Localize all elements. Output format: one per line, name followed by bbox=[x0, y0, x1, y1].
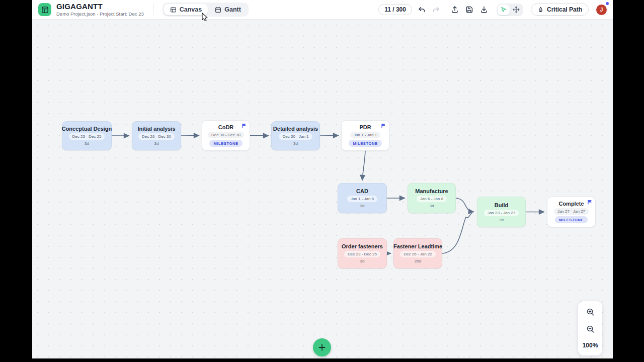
task-title: CoDR bbox=[218, 124, 234, 130]
task-dates: Dec 30 - Jan 1 bbox=[279, 133, 312, 140]
plus-icon bbox=[318, 343, 326, 351]
zoom-in-icon bbox=[586, 308, 595, 316]
task-title: Complete bbox=[558, 201, 584, 207]
tool-mode-switcher bbox=[497, 4, 523, 16]
task-node-detailed-analysis[interactable]: Detailed analysisDec 30 - Jan 13d bbox=[271, 121, 320, 150]
canvas-icon bbox=[170, 7, 177, 13]
task-node-cad[interactable]: CADJan 1 - Jan 53d bbox=[338, 183, 387, 213]
task-dates: Dec 23 - Dec 25 bbox=[344, 251, 380, 257]
connector-manufacture-to-build bbox=[456, 198, 474, 212]
task-duration: 3d bbox=[360, 204, 365, 208]
upload-icon bbox=[451, 6, 459, 14]
zoom-out-button[interactable] bbox=[586, 325, 595, 333]
user-menu[interactable]: J bbox=[596, 5, 607, 15]
view-switcher: Canvas Gantt bbox=[163, 3, 249, 17]
task-node-conceptual-design[interactable]: Conceptual DesignDec 23 - Dec 253d bbox=[62, 121, 112, 150]
tab-canvas-label: Canvas bbox=[180, 6, 202, 13]
task-duration: 3d bbox=[85, 141, 89, 146]
layout-icon bbox=[41, 6, 49, 14]
task-title: Order fasteners bbox=[342, 243, 383, 249]
node-counter: 11 / 300 bbox=[378, 4, 412, 15]
task-node-complete[interactable]: CompleteJan 27 - Jan 27MILESTONE bbox=[547, 197, 596, 227]
flag-icon bbox=[588, 200, 592, 205]
task-title: CAD bbox=[356, 188, 368, 194]
undo-icon bbox=[418, 6, 426, 14]
task-node-initial-analysis[interactable]: Initial analysisDec 26 - Dec 303d bbox=[132, 121, 181, 150]
task-dates: Jan 23 - Jan 27 bbox=[484, 210, 519, 216]
task-dates: Jan 6 - Jan 8 bbox=[417, 196, 447, 202]
zoom-level: 100% bbox=[583, 342, 598, 349]
task-dates: Dec 26 - Dec 30 bbox=[138, 133, 175, 140]
task-duration: 3d bbox=[499, 218, 504, 222]
task-title: Conceptual Design bbox=[62, 126, 112, 132]
status-dot bbox=[606, 2, 609, 5]
task-title: Manufacture bbox=[415, 188, 448, 194]
task-node-manufacture[interactable]: ManufactureJan 6 - Jan 83d bbox=[408, 183, 456, 213]
app-window: GIGAGANTT Demo Project.json · Project St… bbox=[32, 0, 613, 358]
zoom-in-button[interactable] bbox=[586, 308, 595, 316]
avatar[interactable]: J bbox=[596, 5, 607, 15]
task-title: Build bbox=[495, 202, 509, 208]
task-node-pdr[interactable]: PDRJan 1 - Jan 1MILESTONE bbox=[341, 120, 389, 151]
header-divider bbox=[153, 4, 153, 15]
calendar-icon bbox=[215, 7, 221, 13]
critical-path-label: Critical Path bbox=[547, 6, 582, 13]
task-title: Initial analysis bbox=[137, 126, 175, 132]
task-dates: Dec 23 - Dec 25 bbox=[69, 133, 105, 140]
flag-icon bbox=[242, 123, 247, 128]
task-title: PDR bbox=[359, 124, 371, 130]
connector-initial-analysis-to-codr bbox=[181, 136, 199, 136]
task-duration: 3d bbox=[293, 141, 298, 146]
milestone-badge: MILESTONE bbox=[349, 140, 381, 147]
milestone-badge: MILESTONE bbox=[555, 216, 588, 223]
undo-button[interactable] bbox=[417, 5, 427, 15]
canvas[interactable]: Conceptual DesignDec 23 - Dec 253dInitia… bbox=[32, 20, 613, 358]
connector-layer bbox=[32, 20, 613, 358]
task-dates: Jan 27 - Jan 27 bbox=[554, 208, 589, 215]
pointer-icon bbox=[500, 6, 507, 13]
flame-icon bbox=[537, 7, 544, 13]
milestone-badge: MILESTONE bbox=[209, 140, 242, 147]
tab-gantt-label: Gantt bbox=[224, 6, 241, 13]
download-button[interactable] bbox=[479, 5, 489, 15]
task-duration: 3d bbox=[430, 204, 434, 208]
pan-tool-button[interactable] bbox=[510, 5, 522, 15]
upload-button[interactable] bbox=[450, 5, 460, 15]
zoom-controls: 100% bbox=[578, 301, 602, 355]
page-title: GIGAGANTT bbox=[56, 3, 144, 11]
task-node-codr[interactable]: CoDRDec 30 - Dec 30MILESTONE bbox=[202, 120, 250, 151]
zoom-out-icon bbox=[586, 325, 595, 333]
connector-pdr-to-cad bbox=[362, 151, 365, 180]
task-dates: Dec 30 - Dec 30 bbox=[208, 132, 244, 138]
flag-icon bbox=[381, 123, 386, 128]
project-subtitle: Demo Project.json · Project Start: Dec 2… bbox=[56, 12, 144, 17]
task-duration: 3d bbox=[154, 141, 159, 146]
add-task-button[interactable] bbox=[313, 338, 331, 356]
task-node-build[interactable]: BuildJan 23 - Jan 273d bbox=[477, 197, 526, 227]
task-dates: Jan 1 - Jan 5 bbox=[347, 196, 377, 202]
task-duration: 3d bbox=[360, 259, 365, 263]
select-tool-button[interactable] bbox=[498, 5, 510, 15]
task-node-fastener-leadtime[interactable]: Fastener LeadtimeDec 26 - Jan 2220d bbox=[393, 238, 442, 268]
connector-codr-to-detailed-analysis bbox=[250, 136, 269, 136]
task-duration: 20d bbox=[415, 259, 421, 263]
save-button[interactable] bbox=[464, 5, 474, 15]
redo-icon bbox=[432, 6, 440, 14]
download-icon bbox=[480, 6, 488, 14]
connector-fastener-leadtime-to-build bbox=[442, 213, 472, 254]
task-title: Detailed analysis bbox=[273, 126, 318, 132]
task-node-order-fasteners[interactable]: Order fastenersDec 23 - Dec 253d bbox=[338, 238, 387, 268]
app-header: GIGAGANTT Demo Project.json · Project St… bbox=[32, 0, 613, 20]
tab-gantt[interactable]: Gantt bbox=[209, 4, 247, 15]
critical-path-button[interactable]: Critical Path bbox=[531, 4, 589, 16]
app-logo[interactable] bbox=[38, 3, 51, 16]
tab-canvas[interactable]: Canvas bbox=[164, 4, 208, 15]
redo-button[interactable] bbox=[431, 5, 441, 15]
move-icon bbox=[513, 6, 520, 13]
task-title: Fastener Leadtime bbox=[393, 243, 442, 249]
connector-detailed-analysis-to-pdr bbox=[320, 136, 339, 136]
task-dates: Dec 26 - Jan 22 bbox=[400, 251, 435, 257]
save-icon bbox=[465, 6, 473, 14]
task-dates: Jan 1 - Jan 1 bbox=[350, 132, 380, 138]
